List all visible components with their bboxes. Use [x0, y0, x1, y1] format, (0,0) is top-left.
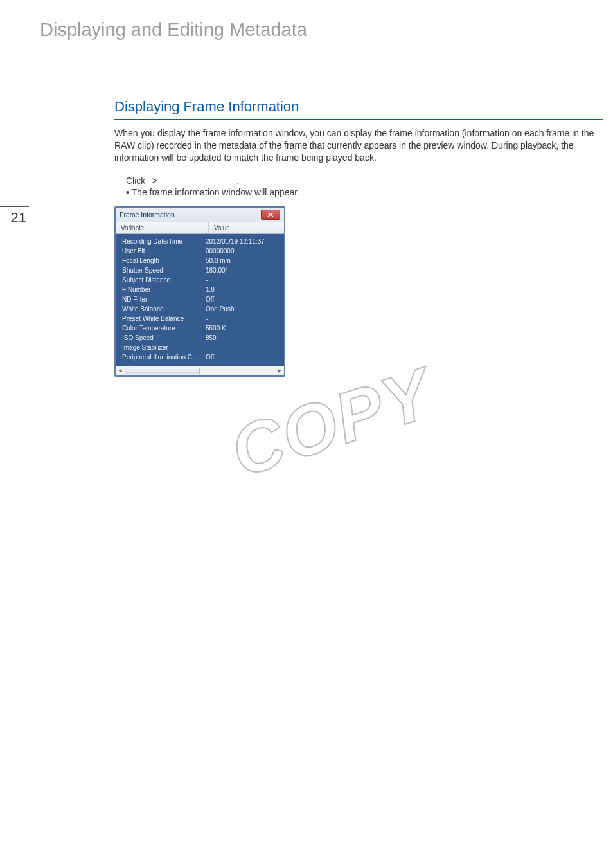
- header-value: Value: [209, 222, 284, 233]
- table-row: Recording Date/Time2012/01/19 12:11:37: [116, 237, 284, 246]
- click-label: Click: [126, 176, 145, 186]
- table-row: Subject Distance-: [116, 275, 284, 285]
- window-titlebar[interactable]: Frame Information: [116, 208, 284, 222]
- body-paragraph: When you display the frame information w…: [114, 127, 603, 164]
- table-row: User Bit00000000: [116, 246, 284, 256]
- scroll-right-icon[interactable]: ►: [275, 366, 284, 375]
- table-row: ND FilterOff: [116, 294, 284, 304]
- close-button[interactable]: [261, 210, 280, 220]
- table-row: White BalanceOne Push: [116, 304, 284, 314]
- close-icon: [267, 212, 274, 217]
- frame-information-window: Frame Information Variable Value Recordi…: [114, 206, 285, 377]
- header-variable: Variable: [116, 222, 209, 233]
- scroll-thumb[interactable]: [125, 368, 200, 374]
- greater-than: >: [148, 176, 161, 186]
- section-heading: Displaying Frame Information: [114, 98, 603, 120]
- instruction-line: Click > .: [126, 176, 603, 186]
- table-row: F Number1.8: [116, 285, 284, 294]
- table-row: Image Stabilizer-: [116, 343, 284, 352]
- table-row: Focal Length50.0 mm: [116, 256, 284, 266]
- table-row: Color Temperature5500 K: [116, 323, 284, 333]
- window-title: Frame Information: [120, 211, 175, 219]
- table-header-row: Variable Value: [116, 222, 284, 234]
- scroll-left-icon[interactable]: ◄: [116, 366, 125, 375]
- bullet-line: • The frame information window will appe…: [126, 187, 603, 197]
- table-row: Peripheral Illumination C...Off: [116, 352, 284, 362]
- table-body: Recording Date/Time2012/01/19 12:11:37 U…: [116, 234, 284, 366]
- table-row: Preset White Balance-: [116, 314, 284, 323]
- period: .: [236, 176, 239, 186]
- horizontal-scrollbar[interactable]: ◄ ►: [116, 366, 284, 375]
- page-number: 21: [0, 206, 29, 226]
- scroll-track[interactable]: [125, 368, 275, 374]
- page-title: Displaying and Editing Metadata: [40, 19, 587, 41]
- table-row: Shutter Speed180.00°: [116, 266, 284, 275]
- table-row: ISO Speed850: [116, 333, 284, 343]
